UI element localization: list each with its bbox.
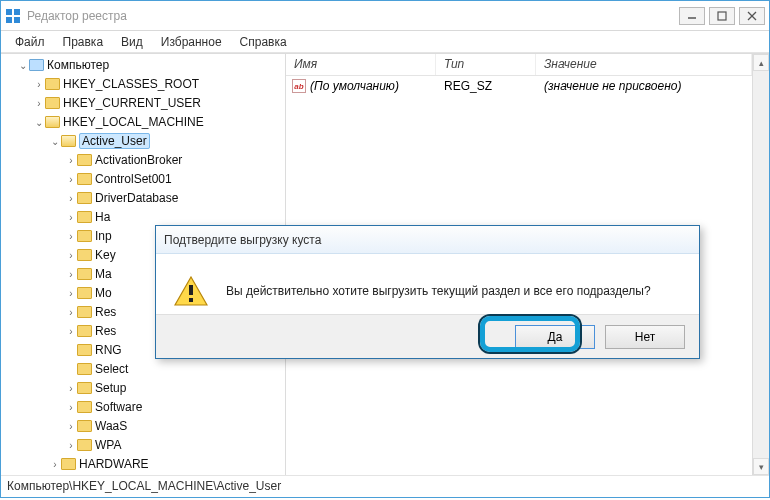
folder-icon: [45, 97, 60, 109]
svg-rect-5: [189, 285, 193, 295]
expand-icon[interactable]: ›: [65, 209, 77, 227]
svg-rect-1: [718, 12, 726, 20]
folder-icon: [77, 306, 92, 318]
folder-icon: [77, 344, 92, 356]
dialog-title-bar[interactable]: Подтвердите выгрузку куста: [156, 226, 699, 254]
window-controls: [679, 7, 765, 25]
folder-icon: [77, 363, 92, 375]
tree-item[interactable]: ›Setup: [65, 379, 285, 398]
confirm-dialog: Подтвердите выгрузку куста Вы действител…: [155, 225, 700, 359]
list-headers: Имя Тип Значение: [286, 54, 752, 76]
header-type[interactable]: Тип: [436, 54, 536, 75]
tree-item[interactable]: ›DriverDatabase: [65, 189, 285, 208]
expand-icon[interactable]: ⌄: [17, 57, 29, 75]
folder-icon: [45, 78, 60, 90]
scroll-down-button[interactable]: ▾: [753, 458, 769, 475]
expand-icon[interactable]: ›: [65, 285, 77, 303]
status-path: Компьютер\HKEY_LOCAL_MACHINE\Active_User: [7, 479, 281, 493]
folder-icon: [77, 192, 92, 204]
expand-icon[interactable]: ›: [65, 247, 77, 265]
folder-icon: [77, 382, 92, 394]
tree-item[interactable]: ›ActivationBroker: [65, 151, 285, 170]
expand-icon: [65, 361, 77, 379]
expand-icon[interactable]: ⌄: [49, 133, 61, 151]
value-name: (По умолчанию): [310, 79, 399, 93]
header-value[interactable]: Значение: [536, 54, 752, 75]
expand-icon[interactable]: ›: [65, 304, 77, 322]
folder-icon: [77, 154, 92, 166]
expand-icon[interactable]: ⌄: [33, 114, 45, 132]
expand-icon[interactable]: ›: [65, 228, 77, 246]
minimize-button[interactable]: [679, 7, 705, 25]
expand-icon[interactable]: ›: [65, 266, 77, 284]
menu-edit[interactable]: Правка: [55, 33, 112, 51]
app-icon: [5, 8, 21, 24]
expand-icon[interactable]: ›: [49, 456, 61, 474]
computer-icon: [29, 59, 44, 71]
expand-icon[interactable]: ›: [65, 399, 77, 417]
tree-item[interactable]: ›WaaS: [65, 417, 285, 436]
tree-item[interactable]: ›ControlSet001: [65, 170, 285, 189]
folder-icon: [77, 230, 92, 242]
folder-icon: [77, 325, 92, 337]
menu-bar: Файл Правка Вид Избранное Справка: [1, 31, 769, 53]
folder-icon: [77, 439, 92, 451]
expand-icon: [65, 342, 77, 360]
yes-button[interactable]: Да: [515, 325, 595, 349]
expand-icon[interactable]: ›: [65, 152, 77, 170]
expand-icon[interactable]: ›: [65, 437, 77, 455]
folder-icon: [77, 211, 92, 223]
tree-item[interactable]: ›WPA: [65, 436, 285, 455]
tree-item-hardware[interactable]: ›HARDWARE: [49, 455, 285, 474]
expand-icon[interactable]: ›: [33, 95, 45, 113]
header-name[interactable]: Имя: [286, 54, 436, 75]
title-bar: Редактор реестра: [1, 1, 769, 31]
scrollbar-vertical[interactable]: ▴ ▾: [752, 54, 769, 475]
menu-help[interactable]: Справка: [232, 33, 295, 51]
dialog-message: Вы действительно хотите выгрузить текущи…: [226, 284, 651, 298]
folder-icon: [77, 268, 92, 280]
string-value-icon: ab: [292, 79, 306, 93]
dialog-button-row: Да Нет: [156, 314, 699, 358]
folder-icon: [77, 249, 92, 261]
dialog-body: Вы действительно хотите выгрузить текущи…: [156, 254, 699, 314]
folder-icon: [77, 420, 92, 432]
status-bar: Компьютер\HKEY_LOCAL_MACHINE\Active_User: [1, 475, 769, 497]
warning-icon: [174, 276, 208, 306]
folder-icon: [77, 401, 92, 413]
expand-icon[interactable]: ›: [33, 76, 45, 94]
tree-item[interactable]: ›Software: [65, 398, 285, 417]
folder-icon: [45, 116, 60, 128]
dialog-title: Подтвердите выгрузку куста: [164, 233, 321, 247]
no-button[interactable]: Нет: [605, 325, 685, 349]
tree-item-hkcu[interactable]: ›HKEY_CURRENT_USER: [33, 94, 285, 113]
expand-icon[interactable]: ›: [65, 418, 77, 436]
value-data: (значение не присвоено): [536, 79, 752, 93]
folder-icon: [77, 287, 92, 299]
expand-icon[interactable]: ›: [65, 380, 77, 398]
scroll-up-button[interactable]: ▴: [753, 54, 769, 71]
menu-view[interactable]: Вид: [113, 33, 151, 51]
tree-item-hkcr[interactable]: ›HKEY_CLASSES_ROOT: [33, 75, 285, 94]
expand-icon[interactable]: ›: [65, 323, 77, 341]
expand-icon[interactable]: ›: [65, 190, 77, 208]
maximize-button[interactable]: [709, 7, 735, 25]
menu-favorites[interactable]: Избранное: [153, 33, 230, 51]
value-type: REG_SZ: [436, 79, 536, 93]
close-button[interactable]: [739, 7, 765, 25]
menu-file[interactable]: Файл: [7, 33, 53, 51]
svg-rect-6: [189, 298, 193, 302]
folder-icon: [61, 458, 76, 470]
tree-item[interactable]: Select: [65, 360, 285, 379]
window-title: Редактор реестра: [27, 9, 679, 23]
folder-icon: [77, 173, 92, 185]
selected-tree-label[interactable]: Active_User: [79, 133, 150, 149]
list-row[interactable]: ab(По умолчанию) REG_SZ (значение не при…: [286, 76, 752, 96]
folder-icon: [61, 135, 76, 147]
expand-icon[interactable]: ›: [65, 171, 77, 189]
